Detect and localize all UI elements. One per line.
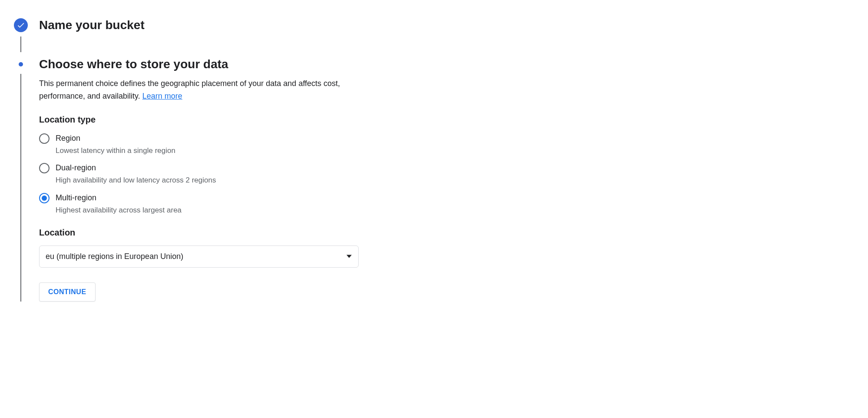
radio-option-multi-region[interactable]: Multi-region Highest availability across… bbox=[39, 192, 369, 216]
radio-label: Dual-region bbox=[56, 162, 216, 174]
dot-icon bbox=[19, 62, 23, 66]
step-indicator-complete bbox=[13, 17, 29, 33]
stepper: Name your bucket Choose where to store y… bbox=[13, 17, 855, 302]
radio-label: Region bbox=[56, 133, 175, 144]
radio-icon bbox=[39, 163, 50, 173]
radio-inner-dot bbox=[42, 196, 47, 201]
step-title[interactable]: Name your bucket bbox=[39, 17, 855, 33]
step-choose-location: Choose where to store your data This per… bbox=[13, 56, 855, 302]
step-title: Choose where to store your data bbox=[39, 56, 855, 72]
location-select-value: eu (multiple regions in European Union) bbox=[46, 252, 183, 261]
location-heading: Location bbox=[39, 228, 369, 238]
continue-button[interactable]: CONTINUE bbox=[39, 282, 96, 302]
location-select-wrapper: eu (multiple regions in European Union) bbox=[39, 245, 359, 268]
radio-text: Dual-region High availability and low la… bbox=[56, 162, 216, 186]
location-type-heading: Location type bbox=[39, 115, 369, 125]
location-type-radio-group: Region Lowest latency within a single re… bbox=[39, 133, 369, 216]
step-content: This permanent choice defines the geogra… bbox=[39, 72, 369, 302]
radio-label: Multi-region bbox=[56, 192, 182, 204]
radio-option-region[interactable]: Region Lowest latency within a single re… bbox=[39, 133, 369, 156]
step-connector bbox=[20, 36, 21, 52]
step-indicator-active bbox=[13, 56, 29, 72]
radio-option-dual-region[interactable]: Dual-region High availability and low la… bbox=[39, 162, 369, 186]
radio-text: Region Lowest latency within a single re… bbox=[56, 133, 175, 156]
step-name-bucket: Name your bucket bbox=[13, 17, 855, 33]
radio-sublabel: Lowest latency within a single region bbox=[56, 145, 175, 156]
step-description: This permanent choice defines the geogra… bbox=[39, 77, 369, 103]
radio-text: Multi-region Highest availability across… bbox=[56, 192, 182, 216]
radio-sublabel: High availability and low latency across… bbox=[56, 175, 216, 186]
location-select[interactable]: eu (multiple regions in European Union) bbox=[39, 245, 359, 268]
description-text: This permanent choice defines the geogra… bbox=[39, 79, 340, 100]
radio-sublabel: Highest availability across largest area bbox=[56, 205, 182, 216]
check-circle-icon bbox=[14, 18, 28, 32]
location-section: Location eu (multiple regions in Europea… bbox=[39, 228, 369, 268]
learn-more-link[interactable]: Learn more bbox=[142, 92, 182, 100]
radio-icon bbox=[39, 133, 50, 144]
radio-icon-selected bbox=[39, 193, 50, 203]
